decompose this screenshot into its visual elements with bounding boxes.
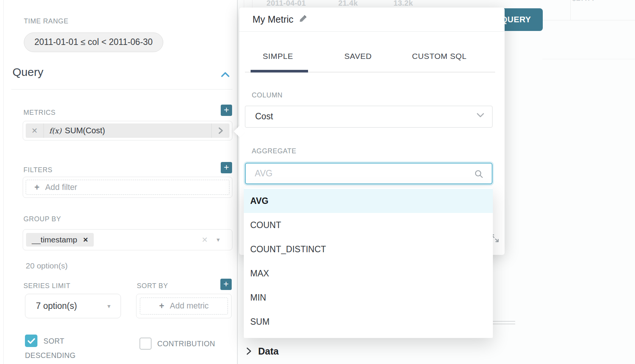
add-sort-metric-button[interactable]: + xyxy=(220,279,232,290)
contribution-option: CONTRIBUTION xyxy=(139,338,215,350)
add-filter-button[interactable]: + xyxy=(221,162,232,173)
data-panel-title: Data xyxy=(258,346,279,357)
add-filter-placeholder: Add filter xyxy=(45,183,77,192)
column-label: COLUMN xyxy=(252,91,283,99)
time-range-filter[interactable]: 2011-01-01 ≤ col < 2011-06-30 xyxy=(24,32,163,52)
metrics-label: METRICS xyxy=(23,109,56,117)
table-cell-date: 2011-04-01 xyxy=(266,0,306,8)
remove-tag-icon[interactable]: ✕ xyxy=(83,236,88,244)
popover-header: My Metric xyxy=(239,8,505,32)
explore-chart-builder: 2011-04-01 00:00:00 21.4k 13.2k $27.77 D… xyxy=(0,0,635,364)
sort-descending-option: SORT DESCENDING xyxy=(25,334,105,362)
chevron-up-icon[interactable] xyxy=(221,71,230,79)
query-section-title: Query xyxy=(12,66,43,79)
metric-expression: SUM(Cost) xyxy=(65,126,105,136)
option-sum[interactable]: SUM xyxy=(244,310,493,334)
time-range-label: TIME RANGE xyxy=(24,17,68,25)
group-by-tag: __timestamp ✕ xyxy=(26,233,94,247)
sort-by-label: SORT BY xyxy=(137,282,168,290)
data-panel-header[interactable]: Data xyxy=(246,340,279,362)
search-icon xyxy=(474,170,483,180)
remove-metric-icon[interactable]: ✕ xyxy=(26,123,44,138)
option-avg[interactable]: AVG xyxy=(244,189,493,213)
data-panel-resize-handle[interactable] xyxy=(493,321,515,322)
series-limit-value: 7 option(s) xyxy=(36,294,77,318)
group-by-hint: 20 option(s) xyxy=(26,261,68,270)
metrics-control: ✕ f(x) SUM(Cost) xyxy=(23,121,232,140)
group-by-select[interactable]: __timestamp ✕ ✕ ▼ xyxy=(23,229,232,250)
data-panel-resize-handle[interactable] xyxy=(493,324,515,324)
filters-label: FILTERS xyxy=(23,166,53,174)
aggregate-input[interactable] xyxy=(246,163,492,184)
table-gridline xyxy=(244,0,244,8)
sort-by-control: + Add metric xyxy=(136,294,232,318)
chevron-right-icon xyxy=(246,347,252,355)
metric-definition[interactable]: f(x) SUM(Cost) xyxy=(44,123,211,138)
caret-down-icon[interactable]: ▼ xyxy=(215,230,221,250)
table-gridline xyxy=(570,0,571,20)
caret-down-icon: ▼ xyxy=(106,294,112,318)
add-metric-button[interactable]: + xyxy=(221,105,232,116)
table-cell-value: 21.4k xyxy=(338,0,358,8)
add-sort-metric-placeholder: Add metric xyxy=(170,301,209,311)
popover-arrow xyxy=(234,125,245,137)
tab-simple[interactable]: SIMPLE xyxy=(263,52,293,61)
option-count[interactable]: COUNT xyxy=(244,213,493,237)
column-select[interactable]: Cost xyxy=(245,106,493,128)
table-cell-value: $27.77 xyxy=(572,0,596,3)
popover-title: My Metric xyxy=(252,14,293,25)
tab-custom-sql[interactable]: CUSTOM SQL xyxy=(412,52,466,61)
option-max[interactable]: MAX xyxy=(244,261,493,285)
contribution-checkbox[interactable] xyxy=(139,338,152,350)
chevron-down-icon xyxy=(476,113,485,119)
aggregate-label: AGGREGATE xyxy=(252,147,296,155)
plus-icon: + xyxy=(34,182,39,193)
active-tab-underline xyxy=(251,70,308,72)
series-limit-select[interactable]: 7 option(s) ▼ xyxy=(25,294,121,318)
sort-descending-checkbox[interactable] xyxy=(25,335,37,347)
table-gridline xyxy=(542,20,635,20)
edit-title-pencil-icon[interactable] xyxy=(298,14,308,25)
function-icon: f(x) xyxy=(49,126,62,135)
aggregate-options-dropdown: AVG COUNT COUNT_DISTINCT MAX MIN SUM xyxy=(244,188,493,338)
group-by-label: GROUP BY xyxy=(23,215,61,223)
option-min[interactable]: MIN xyxy=(244,285,493,310)
contribution-label: CONTRIBUTION xyxy=(157,339,215,348)
column-select-value: Cost xyxy=(255,106,273,127)
add-sort-metric-dropzone[interactable]: + Add metric xyxy=(140,298,228,315)
tab-saved[interactable]: SAVED xyxy=(344,52,372,61)
clear-select-icon[interactable]: ✕ xyxy=(201,230,208,250)
add-filter-dropzone[interactable]: + Add filter xyxy=(26,180,229,195)
option-count-distinct[interactable]: COUNT_DISTINCT xyxy=(244,237,493,261)
metric-pill[interactable]: ✕ f(x) SUM(Cost) xyxy=(26,123,229,138)
run-query-label: QUERY xyxy=(501,8,531,31)
filters-control: + Add filter xyxy=(23,177,232,198)
aggregate-combobox xyxy=(245,163,493,184)
series-limit-label: SERIES LIMIT xyxy=(23,282,70,290)
section-divider xyxy=(11,89,232,89)
table-gridline xyxy=(542,59,635,59)
table-cell-value: 13.2k xyxy=(393,0,413,8)
group-by-tag-value: __timestamp xyxy=(32,235,77,244)
table-gridline xyxy=(252,0,252,8)
edit-metric-chevron[interactable] xyxy=(211,123,229,138)
panel-divider xyxy=(237,0,238,364)
panel-edge xyxy=(3,0,4,364)
plus-icon: + xyxy=(159,301,164,311)
